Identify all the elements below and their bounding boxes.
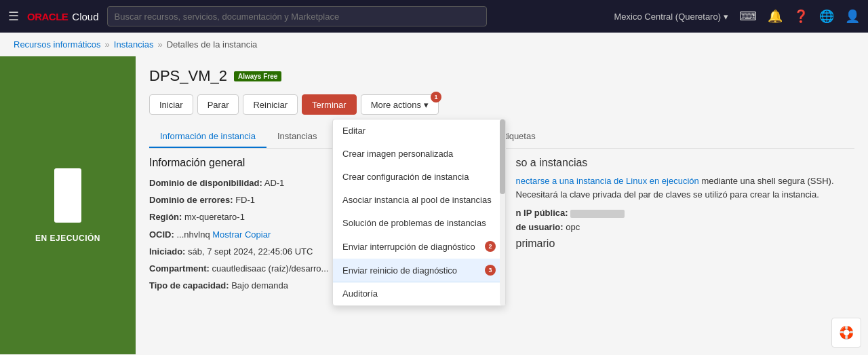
user-icon[interactable]: 👤	[845, 9, 860, 24]
region-label: Mexico Central (Queretaro)	[614, 12, 722, 22]
help-icon[interactable]: ❓	[793, 9, 808, 24]
help-widget-icon: 🛟	[839, 325, 854, 340]
more-actions-button[interactable]: More actions ▾	[361, 94, 439, 115]
content-area: DPS_VM_2 Always Free Iniciar Parar Reini…	[136, 56, 868, 354]
dropdown-item-solucion[interactable]: Solución de problemas de instancias	[333, 212, 505, 235]
ip-label: n IP pública:	[516, 208, 568, 218]
breadcrumb-sep2: »	[157, 39, 162, 50]
region-chevron-icon: ▾	[724, 12, 728, 22]
breadcrumb-current: Detalles de la instancia	[167, 39, 258, 50]
user-label: de usuario:	[516, 222, 564, 232]
reiniciar-button[interactable]: Reiniciar	[243, 94, 298, 115]
access-description: nectarse a una instancia de Linux en eje…	[516, 174, 855, 201]
navbar-right: Mexico Central (Queretaro) ▾ ⌨ 🔔 ❓ 🌐 👤	[614, 9, 861, 24]
breadcrumb-item-instancias[interactable]: Instancias	[114, 39, 154, 50]
page-title: DPS_VM_2	[149, 67, 227, 85]
oracle-text: ORACLE	[27, 11, 68, 22]
user-row: de usuario: opc	[516, 222, 855, 232]
always-free-badge: Always Free	[234, 71, 281, 81]
instance-status: EN EJECUCIÓN	[35, 233, 100, 243]
ocid-mostrar-link[interactable]: Mostrar	[212, 229, 242, 240]
dropdown-item-enviar-reinicio[interactable]: Enviar reinicio de diagnóstico 3	[333, 259, 505, 282]
globe-icon[interactable]: 🌐	[819, 9, 834, 24]
scroll-thumb[interactable]	[500, 119, 505, 194]
title-row: DPS_VM_2 Always Free	[149, 67, 854, 85]
dropdown-item-asociar[interactable]: Asociar instancia al pool de instancias	[333, 189, 505, 212]
dropdown-item-crear-imagen[interactable]: Crear imagen personalizada	[333, 143, 505, 166]
instance-image-panel: EN EJECUCIÓN	[0, 56, 136, 354]
breadcrumb: Recursos informáticos » Instancias » Det…	[0, 33, 868, 56]
instance-icon	[54, 168, 81, 223]
ip-row: n IP pública:	[516, 208, 855, 218]
dropdown-item-auditoria[interactable]: Auditoría	[333, 282, 505, 305]
bell-icon[interactable]: 🔔	[768, 9, 783, 24]
user-value: opc	[566, 222, 580, 232]
tab-instancias[interactable]: Instancias	[267, 126, 328, 148]
more-actions-badge: 1	[431, 92, 441, 102]
ip-value-blurred	[570, 210, 625, 218]
scroll-track	[500, 119, 505, 305]
access-link[interactable]: nectarse a una instancia de Linux en eje…	[516, 176, 699, 186]
navbar: ☰ ORACLE Cloud Mexico Central (Queretaro…	[0, 0, 868, 33]
primario-title: primario	[516, 238, 855, 250]
search-input[interactable]	[107, 6, 487, 26]
breadcrumb-item-recursos[interactable]: Recursos informáticos	[14, 39, 101, 50]
interrupcion-badge: 2	[485, 241, 496, 252]
breadcrumb-sep1: »	[105, 39, 110, 50]
cloud-text: Cloud	[72, 11, 98, 22]
ocid-copiar-link[interactable]: Copiar	[245, 229, 271, 240]
iniciar-button[interactable]: Iniciar	[149, 94, 193, 115]
oracle-logo: ORACLE Cloud	[27, 11, 99, 22]
code-icon[interactable]: ⌨	[739, 9, 757, 24]
terminar-button[interactable]: Terminar	[302, 94, 357, 115]
more-actions-chevron-icon: ▾	[424, 100, 429, 110]
right-panel: so a instancias nectarse a una instancia…	[502, 157, 855, 297]
reinicio-badge: 3	[485, 265, 496, 276]
more-actions-wrapper: More actions ▾ 1	[361, 94, 439, 115]
main-content: EN EJECUCIÓN DPS_VM_2 Always Free Inicia…	[0, 56, 868, 354]
dropdown-menu: Editar Crear imagen personalizada Crear …	[332, 119, 506, 306]
parar-button[interactable]: Parar	[197, 94, 239, 115]
dropdown-item-enviar-interrupcion[interactable]: Enviar interrupción de diagnóstico 2	[333, 235, 505, 259]
help-widget[interactable]: 🛟	[831, 318, 861, 348]
hamburger-icon[interactable]: ☰	[8, 9, 19, 24]
dropdown-item-crear-config[interactable]: Crear configuración de instancia	[333, 166, 505, 189]
dropdown-item-editar[interactable]: Editar	[333, 119, 505, 143]
region-selector[interactable]: Mexico Central (Queretaro) ▾	[614, 12, 729, 22]
tab-informacion-instancia[interactable]: Información de instancia	[149, 126, 267, 148]
access-title: so a instancias	[516, 157, 855, 169]
action-buttons: Iniciar Parar Reiniciar Terminar More ac…	[149, 94, 854, 115]
